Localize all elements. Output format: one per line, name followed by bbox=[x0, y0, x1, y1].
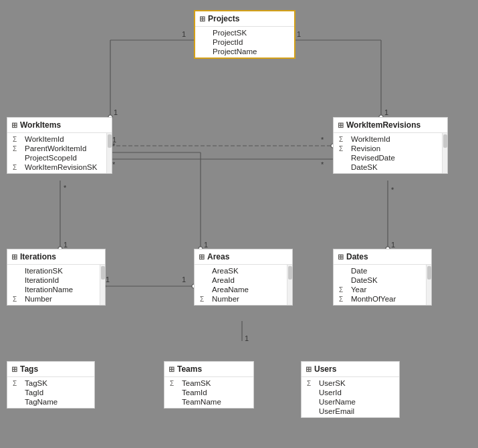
table-row: AreaName bbox=[195, 285, 285, 294]
field-name: ProjectSK bbox=[213, 29, 247, 37]
table-dates[interactable]: ⊞ Dates Date DateSK Σ Year Σ MonthOfYear bbox=[333, 249, 432, 306]
svg-text:1: 1 bbox=[112, 136, 116, 144]
sigma-icon: Σ bbox=[200, 296, 209, 303]
table-icon: ⊞ bbox=[199, 15, 205, 23]
svg-text:1: 1 bbox=[182, 275, 186, 284]
table-projects[interactable]: ⊞ Projects ProjectSK ProjectId ProjectNa… bbox=[194, 10, 295, 59]
svg-text:1: 1 bbox=[114, 108, 118, 116]
table-row: RevisedDate bbox=[334, 153, 441, 162]
field-name: IterationSK bbox=[25, 267, 63, 275]
table-row: Σ UserSK bbox=[302, 378, 399, 388]
scrollbar-thumb bbox=[101, 266, 105, 279]
scrollbar[interactable] bbox=[100, 265, 105, 305]
table-row: DateSK bbox=[334, 275, 425, 285]
field-name: IterationId bbox=[25, 276, 59, 284]
scrollbar[interactable] bbox=[106, 133, 112, 173]
table-name: WorkItems bbox=[20, 120, 61, 130]
field-name: Number bbox=[25, 295, 52, 303]
table-row: AreaId bbox=[195, 275, 285, 285]
field-name: Number bbox=[212, 295, 239, 303]
table-name: Users bbox=[314, 364, 336, 374]
field-name: AreaId bbox=[212, 276, 235, 284]
field-name: AreaSK bbox=[212, 267, 239, 275]
table-row: Σ ParentWorkItemId bbox=[7, 144, 105, 153]
table-row: ProjectId bbox=[195, 37, 294, 47]
scrollbar-thumb bbox=[443, 134, 447, 148]
table-row: Date bbox=[334, 266, 425, 275]
table-icon: ⊞ bbox=[11, 121, 17, 130]
table-users-header: ⊞ Users bbox=[302, 362, 399, 377]
field-name: TagName bbox=[25, 398, 57, 406]
svg-text:1: 1 bbox=[297, 30, 301, 38]
table-row: IterationId bbox=[7, 275, 98, 285]
svg-text:1: 1 bbox=[384, 108, 388, 116]
table-tags-header: ⊞ Tags bbox=[7, 362, 94, 377]
sigma-icon: Σ bbox=[339, 145, 348, 152]
svg-text:1: 1 bbox=[391, 241, 395, 249]
field-name: WorkItemId bbox=[25, 135, 64, 143]
table-row: IterationSK bbox=[7, 266, 98, 275]
table-tags[interactable]: ⊞ Tags Σ TagSK TagId TagName bbox=[7, 361, 95, 409]
table-row: ProjectSK bbox=[195, 28, 294, 37]
field-name: WorkItemId bbox=[351, 135, 390, 143]
table-row: UserEmail bbox=[302, 407, 399, 416]
table-row: UserId bbox=[302, 388, 399, 397]
table-name: Areas bbox=[207, 252, 229, 261]
table-name: Iterations bbox=[20, 252, 56, 261]
table-users-body: Σ UserSK UserId UserName UserEmail bbox=[302, 377, 399, 417]
table-name: WorkItemRevisions bbox=[346, 120, 421, 130]
table-teams-header: ⊞ Teams bbox=[164, 362, 253, 377]
table-users[interactable]: ⊞ Users Σ UserSK UserId UserName UserEma… bbox=[301, 361, 400, 418]
scrollbar-thumb bbox=[108, 134, 112, 148]
table-areas-body: AreaSK AreaId AreaName Σ Number bbox=[195, 265, 292, 305]
field-name: UserEmail bbox=[319, 407, 354, 415]
field-name: DateSK bbox=[351, 276, 378, 284]
table-row: Σ TagSK bbox=[7, 378, 94, 388]
table-row: Σ WorkItemId bbox=[334, 134, 441, 144]
field-name: IterationName bbox=[25, 286, 73, 294]
table-projects-header: ⊞ Projects bbox=[195, 11, 294, 27]
field-name: RevisedDate bbox=[351, 154, 395, 162]
field-name: TagSK bbox=[25, 379, 47, 387]
svg-text:*: * bbox=[112, 160, 116, 169]
table-workitems[interactable]: ⊞ WorkItems Σ WorkItemId Σ ParentWorkIte… bbox=[7, 117, 112, 174]
table-name: Teams bbox=[177, 364, 202, 374]
table-name: Tags bbox=[20, 364, 38, 374]
table-name: Projects bbox=[208, 14, 239, 23]
table-workitems-body: Σ WorkItemId Σ ParentWorkItemId ProjectS… bbox=[7, 133, 112, 173]
table-areas[interactable]: ⊞ Areas AreaSK AreaId AreaName Σ Number bbox=[194, 249, 293, 306]
sigma-icon: Σ bbox=[339, 296, 348, 303]
scrollbar[interactable] bbox=[287, 265, 292, 305]
field-name: Year bbox=[351, 286, 366, 294]
svg-text:1: 1 bbox=[182, 30, 186, 38]
sigma-icon: Σ bbox=[13, 136, 22, 143]
scrollbar[interactable] bbox=[426, 265, 431, 305]
field-name: MonthOfYear bbox=[351, 295, 396, 303]
scrollbar-thumb bbox=[427, 266, 431, 279]
field-name: DateSK bbox=[351, 163, 378, 171]
table-icon: ⊞ bbox=[168, 365, 174, 374]
field-name: TeamSK bbox=[182, 379, 211, 387]
table-teams[interactable]: ⊞ Teams Σ TeamSK TeamId TeamName bbox=[164, 361, 254, 409]
field-name: ProjectId bbox=[213, 38, 243, 46]
scrollbar[interactable] bbox=[442, 133, 447, 173]
table-row: TagId bbox=[7, 388, 94, 397]
table-areas-header: ⊞ Areas bbox=[195, 249, 292, 265]
field-name: WorkItemRevisionSK bbox=[25, 163, 97, 171]
field-name: UserId bbox=[319, 388, 342, 397]
table-iterations[interactable]: ⊞ Iterations IterationSK IterationId Ite… bbox=[7, 249, 106, 306]
table-row: TeamName bbox=[164, 397, 253, 407]
table-workitemrevisions[interactable]: ⊞ WorkItemRevisions Σ WorkItemId Σ Revis… bbox=[333, 117, 448, 174]
table-teams-body: Σ TeamSK TeamId TeamName bbox=[164, 377, 253, 408]
table-row: Σ Number bbox=[7, 294, 98, 304]
svg-text:*: * bbox=[112, 142, 116, 150]
table-row: Σ MonthOfYear bbox=[334, 294, 425, 304]
table-workitemrevisions-header: ⊞ WorkItemRevisions bbox=[334, 118, 447, 133]
table-row: Σ Revision bbox=[334, 144, 441, 153]
table-row: IterationName bbox=[7, 285, 98, 294]
sigma-icon: Σ bbox=[339, 286, 348, 294]
svg-text:1: 1 bbox=[245, 334, 249, 342]
table-row: DateSK bbox=[334, 162, 441, 172]
field-name: UserName bbox=[319, 398, 356, 406]
table-tags-body: Σ TagSK TagId TagName bbox=[7, 377, 94, 408]
